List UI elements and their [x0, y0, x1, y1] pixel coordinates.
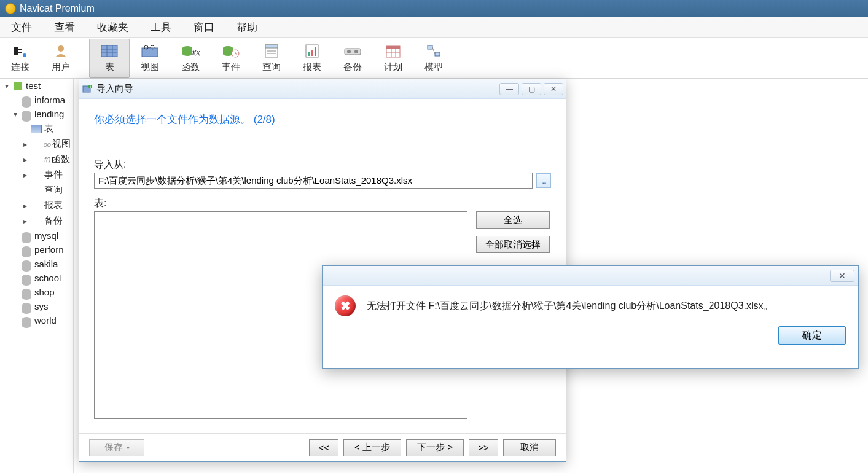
svg-line-42 [432, 47, 435, 54]
sidebar-item-label: 事件 [44, 169, 63, 181]
svg-rect-41 [435, 52, 440, 56]
svg-rect-1 [18, 49, 22, 50]
sidebar-item-label: shop [34, 287, 55, 297]
sidebar-item-10[interactable]: mysql [0, 229, 73, 243]
sidebar-item-label: 函数 [52, 154, 70, 165]
first-button[interactable]: << [309, 439, 338, 456]
model-icon [424, 43, 443, 59]
toolbar-user[interactable]: 用户 [41, 39, 81, 78]
wizard-minimize[interactable]: — [499, 83, 519, 95]
sidebar-item-15[interactable]: sys [0, 299, 73, 313]
svg-rect-30 [311, 50, 313, 56]
wizard-maximize[interactable]: ▢ [522, 83, 541, 95]
sidebar-item-7[interactable]: 查询 [0, 182, 73, 198]
sidebar-item-12[interactable]: sakila [0, 257, 73, 271]
sidebar-item-label: 报表 [44, 200, 63, 211]
toolbar-event[interactable]: 事件 [211, 39, 251, 78]
sidebar-item-label: mysql [34, 230, 58, 241]
browse-button[interactable]: ... [536, 173, 551, 188]
sidebar-item-9[interactable]: ▸备份 [0, 213, 73, 229]
last-button[interactable]: >> [469, 439, 498, 456]
next-button[interactable]: 下一步 > [406, 439, 464, 456]
svg-point-3 [23, 53, 26, 57]
sidebar-item-label: 表 [44, 123, 53, 135]
toolbar-user-label: 用户 [52, 61, 70, 73]
sidebar-item-1[interactable]: informa [0, 93, 73, 107]
sidebar-item-5[interactable]: ▸f()函数 [0, 152, 73, 167]
wizard-close[interactable]: ✕ [544, 83, 563, 95]
toolbar-backup[interactable]: 备份 [332, 39, 373, 78]
sidebar-item-label: lending [34, 109, 64, 119]
toolbar-table[interactable]: 表 [89, 39, 130, 78]
menu-tools[interactable]: 工具 [139, 17, 182, 38]
import-from-label: 导入从: [94, 158, 551, 171]
menu-file[interactable]: 文件 [0, 17, 43, 38]
toolbar-function-label: 函数 [181, 61, 200, 73]
sidebar-item-label: test [26, 80, 41, 91]
schedule-icon [384, 43, 402, 59]
menu-help[interactable]: 帮助 [225, 17, 268, 38]
sidebar-item-2[interactable]: ▾lending [0, 107, 73, 121]
error-close[interactable]: ✕ [830, 270, 854, 282]
toolbar-table-label: 表 [105, 61, 114, 73]
toolbar-function[interactable]: f(x)函数 [170, 39, 211, 78]
sidebar-item-16[interactable]: world [0, 313, 73, 327]
table-icon [100, 43, 119, 59]
menu-window[interactable]: 窗口 [182, 17, 225, 38]
error-titlebar[interactable]: ✕ [323, 266, 858, 286]
user-icon [52, 43, 70, 59]
toolbar: 连接 用户 表 视图 f(x)函数 事件 查询 报表 备份 计划 模型 [0, 38, 868, 79]
toolbar-schedule-label: 计划 [384, 61, 402, 73]
menu-favorites[interactable]: 收藏夹 [86, 17, 139, 38]
error-dialog: ✕ ✖ 无法打开文件 F:\百度云同步\数据分析\猴子\第4关\lending … [322, 265, 859, 369]
sidebar-item-label: 视图 [52, 138, 71, 150]
deselect-all-button[interactable]: 全部取消选择 [476, 236, 550, 253]
sidebar-item-13[interactable]: school [0, 271, 73, 285]
cancel-button[interactable]: 取消 [503, 439, 556, 456]
error-icon: ✖ [335, 295, 356, 316]
sidebar-item-label: world [34, 315, 57, 326]
sidebar-item-11[interactable]: perforn [0, 243, 73, 257]
table-label: 表: [94, 197, 551, 210]
sidebar-item-4[interactable]: ▸oo视图 [0, 136, 73, 152]
svg-point-33 [347, 50, 351, 53]
sidebar-item-label: school [34, 273, 61, 283]
sidebar-item-label: sys [34, 301, 49, 311]
menu-view[interactable]: 查看 [43, 17, 86, 38]
menubar: 文件 查看 收藏夹 工具 窗口 帮助 [0, 17, 868, 38]
wizard-titlebar[interactable]: + 导入向导 — ▢ ✕ [79, 79, 566, 99]
svg-point-34 [354, 50, 358, 53]
event-icon [222, 43, 240, 59]
toolbar-view[interactable]: 视图 [130, 39, 170, 78]
svg-rect-29 [308, 52, 310, 56]
toolbar-schedule[interactable]: 计划 [373, 39, 413, 78]
toolbar-model[interactable]: 模型 [413, 39, 454, 78]
toolbar-connect[interactable]: 连接 [0, 39, 41, 78]
toolbar-query[interactable]: 查询 [251, 39, 292, 78]
sidebar-item-label: sakila [34, 259, 58, 269]
plug-icon [11, 43, 29, 59]
view-icon [141, 43, 159, 59]
wizard-icon: + [82, 84, 93, 95]
sidebar-item-14[interactable]: shop [0, 285, 73, 299]
error-ok-button[interactable]: 确定 [778, 326, 846, 345]
sidebar: ▾testinforma▾lending表▸oo视图▸f()函数▸事件查询▸报表… [0, 79, 74, 473]
query-icon [262, 43, 281, 59]
svg-rect-2 [18, 52, 22, 53]
sidebar-item-8[interactable]: ▸报表 [0, 198, 73, 213]
wizard-title: 导入向导 [96, 83, 497, 95]
sidebar-item-6[interactable]: ▸事件 [0, 167, 73, 182]
sidebar-item-3[interactable]: 表 [0, 121, 73, 136]
sidebar-item-0[interactable]: ▾test [0, 79, 73, 93]
svg-text:f(x): f(x) [192, 49, 200, 56]
app-icon [5, 3, 16, 14]
prev-button[interactable]: < 上一步 [343, 439, 401, 456]
toolbar-backup-label: 备份 [343, 61, 362, 73]
toolbar-report[interactable]: 报表 [292, 39, 332, 78]
select-all-button[interactable]: 全选 [476, 211, 550, 229]
toolbar-model-label: 模型 [424, 61, 443, 73]
sidebar-item-label: 查询 [44, 184, 63, 196]
import-from-input[interactable] [94, 173, 533, 189]
save-button[interactable]: 保存▾ [89, 439, 144, 456]
sidebar-item-label: 备份 [44, 215, 63, 227]
